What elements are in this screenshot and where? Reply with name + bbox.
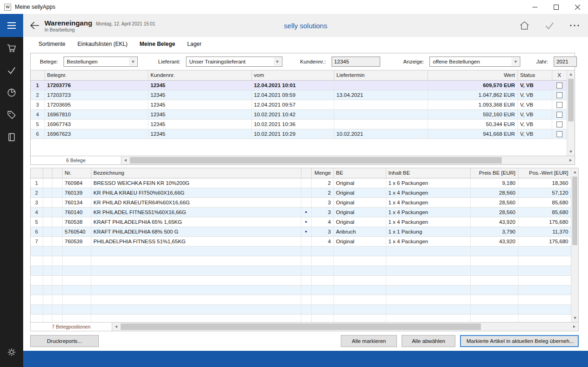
empty-cell bbox=[386, 295, 470, 304]
scroll-left-button[interactable] bbox=[121, 156, 129, 165]
tab-item[interactable]: Sortimente bbox=[38, 41, 65, 47]
row-checkbox[interactable] bbox=[556, 121, 562, 127]
belege-vertical-scrollbar[interactable] bbox=[567, 70, 575, 156]
maximize-button[interactable] bbox=[545, 0, 567, 14]
scroll-thumb[interactable] bbox=[572, 177, 577, 245]
cell-menge: 4 bbox=[311, 217, 333, 227]
sidebar-item-tags[interactable] bbox=[0, 104, 23, 126]
sidebar-item-cart[interactable] bbox=[0, 37, 23, 59]
position-row[interactable]: 4 760140 KR PHILADEL FITNES51%60X16,66G … bbox=[31, 207, 571, 217]
scroll-track[interactable] bbox=[120, 323, 570, 331]
close-icon bbox=[575, 5, 580, 10]
positionen-vertical-scrollbar[interactable] bbox=[571, 168, 578, 322]
scroll-right-button[interactable] bbox=[567, 156, 575, 165]
jahr-input[interactable] bbox=[554, 57, 577, 67]
cell-pos-wert: 11,370 bbox=[518, 227, 571, 236]
beleg-row[interactable]: 4 16967810 12345 10.02.2021 10:42 592,16… bbox=[31, 109, 567, 119]
cell-artikelnr: 760538 bbox=[62, 217, 91, 227]
sidebar-item-catalog[interactable] bbox=[0, 126, 23, 148]
cell-preis-be: 9,180 bbox=[470, 178, 518, 188]
beleg-row[interactable]: 3 17203695 12345 12.04.2021 09:57 1.093,… bbox=[31, 100, 567, 109]
more-button[interactable] bbox=[569, 19, 581, 32]
row-checkbox[interactable] bbox=[556, 112, 562, 118]
cell-bezeichnung: KR PHILA KRAEU FIT50%60X16,66G bbox=[91, 188, 301, 197]
row-number: 4 bbox=[31, 207, 43, 217]
empty-cell bbox=[470, 246, 518, 256]
row-checkbox[interactable] bbox=[556, 92, 562, 98]
cell-status: V, VB bbox=[518, 100, 552, 109]
beleg-row[interactable]: 2 17203723 12345 12.04.2021 09:59 13.04.… bbox=[31, 90, 567, 100]
close-button[interactable] bbox=[567, 0, 588, 14]
empty-cell bbox=[333, 275, 386, 285]
position-row[interactable]: 3 760134 KR PHILAD KRAEUTER64%60X16,66G … bbox=[31, 197, 571, 207]
position-row[interactable]: 6 5760540 KRAFT PHILADELPHIA 68% 500 G ●… bbox=[31, 227, 571, 236]
scroll-thumb[interactable] bbox=[121, 323, 481, 330]
cell-bezeichnung: BRESSO WEICHKA FEIN KR 10%200G bbox=[91, 178, 301, 188]
empty-cell bbox=[62, 256, 91, 266]
scroll-down-button[interactable] bbox=[571, 314, 578, 322]
chevron-down-icon bbox=[274, 57, 281, 66]
scroll-thumb[interactable] bbox=[130, 157, 502, 164]
scroll-track[interactable] bbox=[129, 156, 567, 165]
beleg-row[interactable]: 5 16967743 12345 10.02.2021 10:36 50,344… bbox=[31, 119, 567, 129]
empty-cell bbox=[91, 314, 301, 322]
positionen-grid: Nr. Bezeichnung Menge BE Inhalt BE Preis… bbox=[31, 168, 578, 322]
cell-marker-dot bbox=[301, 188, 311, 197]
scroll-track[interactable] bbox=[571, 176, 578, 314]
empty-cell bbox=[386, 314, 470, 322]
book-icon bbox=[6, 132, 17, 142]
anzeige-filter-select[interactable]: offene Bestellungen bbox=[429, 57, 520, 67]
empty-cell bbox=[311, 266, 333, 275]
cell-blank bbox=[43, 227, 52, 236]
alle-abwaehlen-button[interactable]: Alle abwählen bbox=[402, 335, 455, 347]
scroll-track[interactable] bbox=[567, 78, 575, 148]
empty-cell bbox=[518, 314, 571, 322]
cell-blank bbox=[43, 236, 52, 246]
belege-horizontal-scrollbar[interactable] bbox=[121, 156, 575, 165]
tab-item[interactable]: Meine Belege bbox=[140, 41, 175, 47]
lieferant-filter-select[interactable]: Unser Trainingslieferant bbox=[186, 57, 282, 67]
cell-artikelnr: 760140 bbox=[62, 207, 91, 217]
kundennr-input[interactable] bbox=[332, 57, 380, 67]
empty-cell bbox=[43, 314, 52, 322]
position-row[interactable]: 5 760538 KRAFT PHILADELPHIA 65% 1,65KG ●… bbox=[31, 217, 571, 227]
belege-count-label: 6 Belege bbox=[66, 158, 85, 163]
empty-cell bbox=[301, 256, 311, 266]
empty-cell bbox=[43, 246, 52, 256]
positionen-horizontal-scrollbar[interactable] bbox=[112, 323, 578, 331]
row-checkbox[interactable] bbox=[556, 102, 562, 108]
sidebar-item-check[interactable] bbox=[0, 59, 23, 82]
cell-blank bbox=[52, 188, 62, 197]
menu-button[interactable] bbox=[0, 14, 23, 37]
header-preis: Preis BE [EUR] bbox=[470, 168, 518, 178]
sidebar-item-settings[interactable] bbox=[0, 341, 23, 363]
uebernehmen-button[interactable]: Markierte Artikel in aktuellen Beleg übe… bbox=[460, 335, 579, 347]
row-checkbox[interactable] bbox=[556, 131, 562, 137]
sidebar-item-statistics[interactable] bbox=[0, 82, 23, 104]
header-vom: vom bbox=[251, 70, 334, 80]
cell-artikelnr: 760134 bbox=[62, 197, 91, 207]
druckreports-button[interactable]: Druckreports... bbox=[30, 335, 99, 347]
alle-markieren-button[interactable]: Alle markieren bbox=[341, 335, 397, 347]
belege-filter-select[interactable]: Bestellungen bbox=[64, 57, 138, 67]
scroll-up-button[interactable] bbox=[571, 168, 578, 176]
empty-cell bbox=[470, 295, 518, 304]
tab-item[interactable]: Einkaufslisten (EKL) bbox=[77, 41, 128, 47]
scroll-thumb[interactable] bbox=[568, 79, 574, 121]
home-button[interactable] bbox=[518, 19, 530, 32]
row-checkbox[interactable] bbox=[556, 82, 562, 89]
sidebar bbox=[0, 14, 23, 367]
tab-item[interactable]: Lager bbox=[187, 41, 202, 47]
confirm-button[interactable] bbox=[543, 19, 556, 32]
back-button[interactable] bbox=[27, 18, 43, 33]
scroll-left-button[interactable] bbox=[112, 323, 120, 331]
scroll-up-button[interactable] bbox=[567, 70, 575, 78]
beleg-row[interactable]: 6 16967623 12345 10.02.2021 10:29 10.02.… bbox=[31, 129, 567, 139]
position-row[interactable]: 1 760984 BRESSO WEICHKA FEIN KR 10%200G … bbox=[31, 178, 571, 188]
position-row[interactable]: 7 760539 PHILADELPHIA FITNESS 51%1,65KG … bbox=[31, 236, 571, 246]
beleg-row[interactable]: 1 17203776 12345 12.04.2021 10:01 609,57… bbox=[31, 80, 567, 90]
scroll-down-button[interactable] bbox=[567, 148, 575, 156]
minimize-button[interactable] bbox=[524, 0, 545, 14]
scroll-right-button[interactable] bbox=[570, 323, 578, 331]
position-row[interactable]: 2 760139 KR PHILA KRAEU FIT50%60X16,66G … bbox=[31, 188, 571, 197]
